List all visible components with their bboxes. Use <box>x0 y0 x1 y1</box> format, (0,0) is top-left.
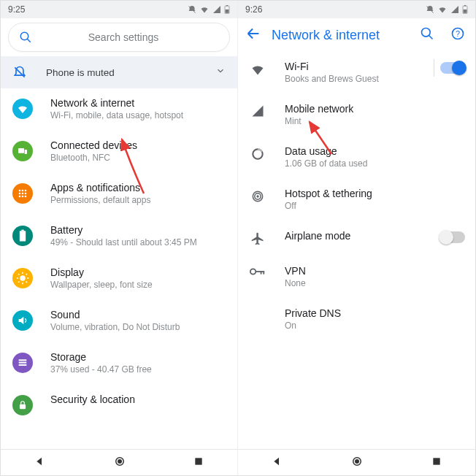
battery-status-icon <box>224 5 230 14</box>
item-title: Network & internet <box>50 97 183 109</box>
item-title: Battery <box>50 224 197 236</box>
search-button[interactable] <box>420 26 434 44</box>
item-mobile-network[interactable]: Mobile networkMint <box>238 94 475 137</box>
item-vpn[interactable]: VPNNone <box>238 256 475 299</box>
item-title: Private DNS <box>285 307 341 319</box>
svg-point-14 <box>25 193 27 195</box>
data-usage-icon <box>250 147 266 161</box>
svg-point-13 <box>22 193 24 195</box>
nav-recent-icon[interactable] <box>193 456 204 469</box>
search-placeholder: Search settings <box>28 31 219 43</box>
chevron-down-icon <box>215 66 226 79</box>
svg-line-27 <box>18 282 20 283</box>
svg-rect-54 <box>433 458 439 464</box>
svg-line-25 <box>18 274 20 275</box>
network-internet-pane: 9:26 Network & internet ? Wi-FiBooks and… <box>238 1 475 475</box>
item-private-dns[interactable]: Private DNSOn <box>238 299 475 341</box>
airplane-icon <box>250 231 266 246</box>
network-list: Wi-FiBooks and Brews Guest Mobile networ… <box>238 52 475 449</box>
devices-icon <box>12 141 33 161</box>
svg-point-11 <box>25 190 27 192</box>
status-bar: 9:26 <box>238 1 475 18</box>
svg-line-26 <box>26 282 28 283</box>
svg-point-12 <box>19 193 21 195</box>
signal-status-icon <box>212 5 221 14</box>
item-sound[interactable]: SoundVolume, vibration, Do Not Disturb <box>1 300 237 342</box>
item-network-internet[interactable]: Network & internetWi-Fi, mobile, data us… <box>1 88 237 131</box>
svg-rect-7 <box>18 148 24 153</box>
nav-bar <box>238 449 475 475</box>
item-airplane-mode[interactable]: Airplane mode <box>238 221 475 256</box>
item-sub: None <box>285 278 306 288</box>
svg-rect-2 <box>226 5 228 6</box>
nav-back-icon[interactable] <box>34 456 46 470</box>
svg-point-48 <box>250 269 256 274</box>
sound-icon <box>12 310 33 331</box>
dnd-icon <box>188 5 196 14</box>
svg-point-16 <box>22 196 24 198</box>
item-apps-notifications[interactable]: Apps & notificationsPermissions, default… <box>1 173 237 215</box>
svg-point-45 <box>256 195 258 197</box>
vpn-key-icon <box>250 266 266 277</box>
status-icons <box>426 5 468 14</box>
item-sub: Mint <box>285 116 353 126</box>
nav-home-icon[interactable] <box>350 455 364 471</box>
nav-recent-icon[interactable] <box>431 456 442 469</box>
item-sub: 1.06 GB of data used <box>285 158 367 169</box>
nav-back-icon[interactable] <box>272 456 283 470</box>
item-storage[interactable]: Storage37% used - 40.47 GB free <box>1 342 237 385</box>
wifi-icon <box>250 62 266 77</box>
airplane-toggle[interactable] <box>440 231 465 243</box>
svg-point-40 <box>422 28 431 37</box>
nav-home-icon[interactable] <box>113 455 126 471</box>
signal-status-icon <box>450 5 459 14</box>
item-sub: 49% - Should last until about 3:45 PM <box>50 237 197 247</box>
item-connected-devices[interactable]: Connected devicesBluetooth, NFC <box>1 131 237 173</box>
dnd-icon <box>426 5 434 14</box>
item-battery[interactable]: Battery49% - Should last until about 3:4… <box>1 215 237 258</box>
security-icon <box>12 395 33 415</box>
hotspot-icon <box>250 189 266 204</box>
item-title: Data usage <box>285 145 367 157</box>
svg-rect-3 <box>226 9 229 13</box>
svg-rect-38 <box>464 5 466 6</box>
item-title: Display <box>50 266 153 278</box>
item-security-location[interactable]: Security & location <box>1 385 237 426</box>
item-sub: Wi-Fi, mobile, data usage, hotspot <box>50 110 183 120</box>
help-button[interactable]: ? <box>450 26 465 44</box>
item-title: Apps & notifications <box>50 182 150 193</box>
storage-icon <box>12 353 33 373</box>
item-display[interactable]: DisplayWallpaper, sleep, font size <box>1 258 237 300</box>
svg-point-15 <box>19 196 21 198</box>
svg-point-53 <box>355 459 359 464</box>
svg-rect-29 <box>19 359 27 361</box>
item-title: VPN <box>285 265 306 277</box>
wifi-status-icon <box>199 5 210 14</box>
wifi-status-icon <box>437 5 448 14</box>
phone-muted-row[interactable]: Phone is muted <box>1 56 237 88</box>
item-wifi[interactable]: Wi-FiBooks and Brews Guest <box>238 52 475 94</box>
item-data-usage[interactable]: Data usage1.06 GB of data used <box>238 137 475 179</box>
item-sub: Books and Brews Guest <box>285 74 379 84</box>
search-settings-bar[interactable]: Search settings <box>8 23 230 52</box>
item-sub: 37% used - 40.47 GB free <box>50 364 152 375</box>
wifi-toggle[interactable] <box>440 62 465 74</box>
item-hotspot[interactable]: Hotspot & tetheringOff <box>238 179 475 221</box>
item-sub: Permissions, default apps <box>50 195 150 205</box>
nav-bar <box>1 449 237 475</box>
svg-point-17 <box>25 196 27 198</box>
item-sub: Volume, vibration, Do Not Disturb <box>50 322 180 332</box>
status-icons <box>188 5 230 14</box>
battery-icon <box>12 226 33 246</box>
bell-off-icon <box>12 65 27 80</box>
item-title: Airplane mode <box>285 230 350 242</box>
item-title: Hotspot & tethering <box>285 188 372 199</box>
status-time: 9:26 <box>245 4 262 15</box>
svg-rect-19 <box>21 230 23 231</box>
svg-text:?: ? <box>456 29 460 38</box>
item-title: Security & location <box>50 394 135 405</box>
page-header: Network & internet ? <box>238 18 475 52</box>
back-button[interactable] <box>245 26 261 45</box>
svg-point-20 <box>20 275 26 281</box>
page-title: Network & internet <box>272 28 410 43</box>
